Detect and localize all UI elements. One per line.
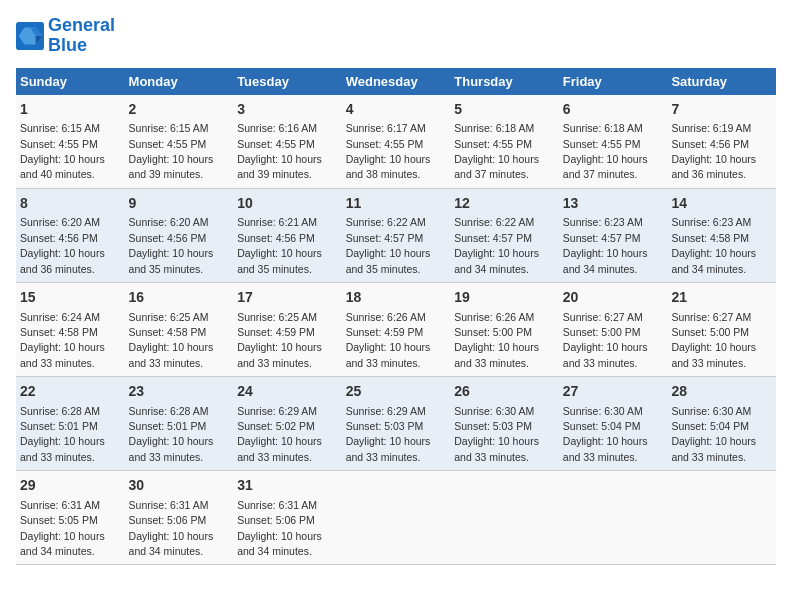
day-cell-25: 25Sunrise: 6:29 AMSunset: 5:03 PMDayligh… xyxy=(342,377,451,471)
sunset-info: Sunset: 4:55 PM xyxy=(346,138,424,150)
day-cell-31: 31Sunrise: 6:31 AMSunset: 5:06 PMDayligh… xyxy=(233,471,342,565)
day-cell-15: 15Sunrise: 6:24 AMSunset: 4:58 PMDayligh… xyxy=(16,282,125,376)
sunrise-info: Sunrise: 6:15 AM xyxy=(129,122,209,134)
sunset-info: Sunset: 5:04 PM xyxy=(671,420,749,432)
empty-cell xyxy=(559,471,668,565)
sunrise-info: Sunrise: 6:16 AM xyxy=(237,122,317,134)
day-number: 22 xyxy=(20,382,121,402)
day-cell-27: 27Sunrise: 6:30 AMSunset: 5:04 PMDayligh… xyxy=(559,377,668,471)
day-number: 15 xyxy=(20,288,121,308)
logo: General Blue xyxy=(16,16,115,56)
daylight-info: Daylight: 10 hours and 33 minutes. xyxy=(237,435,322,462)
logo-icon xyxy=(16,22,44,50)
daylight-info: Daylight: 10 hours and 33 minutes. xyxy=(563,341,648,368)
sunrise-info: Sunrise: 6:30 AM xyxy=(671,405,751,417)
day-number: 25 xyxy=(346,382,447,402)
day-cell-23: 23Sunrise: 6:28 AMSunset: 5:01 PMDayligh… xyxy=(125,377,234,471)
week-row-3: 15Sunrise: 6:24 AMSunset: 4:58 PMDayligh… xyxy=(16,282,776,376)
day-cell-17: 17Sunrise: 6:25 AMSunset: 4:59 PMDayligh… xyxy=(233,282,342,376)
sunset-info: Sunset: 4:59 PM xyxy=(346,326,424,338)
week-row-4: 22Sunrise: 6:28 AMSunset: 5:01 PMDayligh… xyxy=(16,377,776,471)
day-number: 10 xyxy=(237,194,338,214)
col-header-monday: Monday xyxy=(125,68,234,95)
sunrise-info: Sunrise: 6:30 AM xyxy=(563,405,643,417)
sunrise-info: Sunrise: 6:26 AM xyxy=(454,311,534,323)
sunset-info: Sunset: 5:06 PM xyxy=(129,514,207,526)
day-cell-18: 18Sunrise: 6:26 AMSunset: 4:59 PMDayligh… xyxy=(342,282,451,376)
sunset-info: Sunset: 5:00 PM xyxy=(671,326,749,338)
sunrise-info: Sunrise: 6:25 AM xyxy=(237,311,317,323)
day-cell-9: 9Sunrise: 6:20 AMSunset: 4:56 PMDaylight… xyxy=(125,188,234,282)
sunrise-info: Sunrise: 6:19 AM xyxy=(671,122,751,134)
empty-cell xyxy=(450,471,559,565)
sunrise-info: Sunrise: 6:25 AM xyxy=(129,311,209,323)
daylight-info: Daylight: 10 hours and 35 minutes. xyxy=(237,247,322,274)
col-header-thursday: Thursday xyxy=(450,68,559,95)
sunset-info: Sunset: 4:58 PM xyxy=(20,326,98,338)
daylight-info: Daylight: 10 hours and 35 minutes. xyxy=(129,247,214,274)
day-cell-30: 30Sunrise: 6:31 AMSunset: 5:06 PMDayligh… xyxy=(125,471,234,565)
sunset-info: Sunset: 5:01 PM xyxy=(20,420,98,432)
day-number: 18 xyxy=(346,288,447,308)
day-number: 23 xyxy=(129,382,230,402)
daylight-info: Daylight: 10 hours and 36 minutes. xyxy=(671,153,756,180)
daylight-info: Daylight: 10 hours and 39 minutes. xyxy=(237,153,322,180)
day-cell-20: 20Sunrise: 6:27 AMSunset: 5:00 PMDayligh… xyxy=(559,282,668,376)
day-number: 8 xyxy=(20,194,121,214)
sunrise-info: Sunrise: 6:21 AM xyxy=(237,216,317,228)
sunset-info: Sunset: 4:57 PM xyxy=(454,232,532,244)
sunrise-info: Sunrise: 6:27 AM xyxy=(671,311,751,323)
daylight-info: Daylight: 10 hours and 39 minutes. xyxy=(129,153,214,180)
sunset-info: Sunset: 5:00 PM xyxy=(563,326,641,338)
col-header-friday: Friday xyxy=(559,68,668,95)
daylight-info: Daylight: 10 hours and 34 minutes. xyxy=(237,530,322,557)
sunrise-info: Sunrise: 6:22 AM xyxy=(454,216,534,228)
sunrise-info: Sunrise: 6:31 AM xyxy=(129,499,209,511)
sunset-info: Sunset: 4:55 PM xyxy=(237,138,315,150)
logo-text: General Blue xyxy=(48,16,115,56)
sunset-info: Sunset: 4:56 PM xyxy=(671,138,749,150)
day-cell-11: 11Sunrise: 6:22 AMSunset: 4:57 PMDayligh… xyxy=(342,188,451,282)
sunrise-info: Sunrise: 6:15 AM xyxy=(20,122,100,134)
day-number: 19 xyxy=(454,288,555,308)
daylight-info: Daylight: 10 hours and 33 minutes. xyxy=(346,435,431,462)
day-number: 6 xyxy=(563,100,664,120)
daylight-info: Daylight: 10 hours and 38 minutes. xyxy=(346,153,431,180)
header-row: SundayMondayTuesdayWednesdayThursdayFrid… xyxy=(16,68,776,95)
sunset-info: Sunset: 4:56 PM xyxy=(237,232,315,244)
calendar-table: SundayMondayTuesdayWednesdayThursdayFrid… xyxy=(16,68,776,566)
day-cell-22: 22Sunrise: 6:28 AMSunset: 5:01 PMDayligh… xyxy=(16,377,125,471)
sunrise-info: Sunrise: 6:28 AM xyxy=(129,405,209,417)
daylight-info: Daylight: 10 hours and 37 minutes. xyxy=(454,153,539,180)
sunrise-info: Sunrise: 6:23 AM xyxy=(563,216,643,228)
sunrise-info: Sunrise: 6:30 AM xyxy=(454,405,534,417)
sunset-info: Sunset: 4:55 PM xyxy=(129,138,207,150)
sunrise-info: Sunrise: 6:20 AM xyxy=(20,216,100,228)
daylight-info: Daylight: 10 hours and 36 minutes. xyxy=(20,247,105,274)
daylight-info: Daylight: 10 hours and 33 minutes. xyxy=(346,341,431,368)
daylight-info: Daylight: 10 hours and 33 minutes. xyxy=(671,435,756,462)
daylight-info: Daylight: 10 hours and 33 minutes. xyxy=(671,341,756,368)
day-number: 28 xyxy=(671,382,772,402)
day-cell-10: 10Sunrise: 6:21 AMSunset: 4:56 PMDayligh… xyxy=(233,188,342,282)
day-cell-5: 5Sunrise: 6:18 AMSunset: 4:55 PMDaylight… xyxy=(450,95,559,189)
daylight-info: Daylight: 10 hours and 35 minutes. xyxy=(346,247,431,274)
day-cell-2: 2Sunrise: 6:15 AMSunset: 4:55 PMDaylight… xyxy=(125,95,234,189)
week-row-5: 29Sunrise: 6:31 AMSunset: 5:05 PMDayligh… xyxy=(16,471,776,565)
sunset-info: Sunset: 5:01 PM xyxy=(129,420,207,432)
daylight-info: Daylight: 10 hours and 33 minutes. xyxy=(454,341,539,368)
sunrise-info: Sunrise: 6:29 AM xyxy=(237,405,317,417)
day-cell-6: 6Sunrise: 6:18 AMSunset: 4:55 PMDaylight… xyxy=(559,95,668,189)
week-row-2: 8Sunrise: 6:20 AMSunset: 4:56 PMDaylight… xyxy=(16,188,776,282)
sunset-info: Sunset: 5:04 PM xyxy=(563,420,641,432)
day-number: 27 xyxy=(563,382,664,402)
day-cell-24: 24Sunrise: 6:29 AMSunset: 5:02 PMDayligh… xyxy=(233,377,342,471)
day-cell-1: 1Sunrise: 6:15 AMSunset: 4:55 PMDaylight… xyxy=(16,95,125,189)
daylight-info: Daylight: 10 hours and 34 minutes. xyxy=(671,247,756,274)
daylight-info: Daylight: 10 hours and 33 minutes. xyxy=(20,435,105,462)
sunrise-info: Sunrise: 6:22 AM xyxy=(346,216,426,228)
daylight-info: Daylight: 10 hours and 33 minutes. xyxy=(20,341,105,368)
day-number: 31 xyxy=(237,476,338,496)
daylight-info: Daylight: 10 hours and 33 minutes. xyxy=(237,341,322,368)
day-cell-29: 29Sunrise: 6:31 AMSunset: 5:05 PMDayligh… xyxy=(16,471,125,565)
